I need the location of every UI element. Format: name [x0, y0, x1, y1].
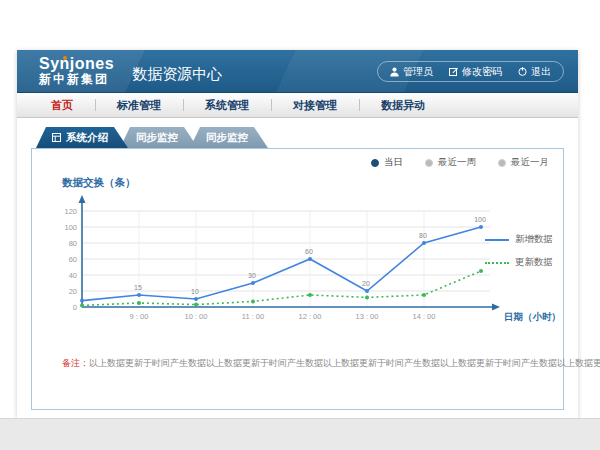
svg-text:100: 100 — [474, 216, 486, 223]
nav-label: 首页 — [51, 98, 73, 113]
tab-system-intro[interactable]: 系统介绍 — [36, 127, 128, 148]
brand-company-name: 新中新集团 — [39, 73, 114, 86]
nav-item-system-mgmt[interactable]: 系统管理 — [183, 93, 271, 117]
radio-label: 当日 — [384, 156, 403, 169]
nav-item-home[interactable]: 首页 — [29, 93, 95, 117]
legend-item-update-data: 更新数据 — [485, 256, 553, 269]
power-icon — [518, 67, 527, 76]
time-range-filter: 当日 最近一周 最近一月 — [371, 156, 549, 169]
svg-text:40: 40 — [69, 271, 77, 280]
main-nav: 首页 标准管理 系统管理 对接管理 数据异动 — [17, 93, 578, 118]
logout-label: 退出 — [531, 65, 551, 79]
svg-text:日期（小时）: 日期（小时） — [504, 311, 561, 323]
app-header: Synjones 新中新集团 数据资源中心 管理员 修改密码 退出 — [17, 50, 578, 93]
line-chart: 0204060801001209 : 0010 : 0011 : 0012 : … — [42, 193, 562, 327]
svg-text:10 : 00: 10 : 00 — [185, 312, 208, 321]
user-name-label: 管理员 — [403, 65, 433, 79]
brand-logo: Synjones 新中新集团 — [39, 56, 114, 85]
radio-dot-icon — [498, 159, 506, 167]
brand-logo-text: Synjones — [39, 56, 114, 73]
chart-panel: 当日 最近一周 最近一月 数据交换（条） 0204060801001209 : … — [31, 148, 564, 410]
svg-text:60: 60 — [305, 248, 313, 255]
tab-label: 同步监控 — [136, 131, 178, 145]
nav-label: 数据异动 — [381, 98, 425, 113]
svg-text:14 : 00: 14 : 00 — [413, 312, 436, 321]
change-password-label: 修改密码 — [462, 65, 502, 79]
edit-icon — [449, 67, 458, 76]
tab-sync-monitor-1[interactable]: 同步监控 — [120, 127, 198, 148]
solid-line-swatch-icon — [485, 239, 509, 241]
radio-last-week[interactable]: 最近一周 — [425, 156, 476, 169]
tab-sync-monitor-2[interactable]: 同步监控 — [190, 127, 268, 148]
logout-button[interactable]: 退出 — [518, 65, 551, 79]
legend-label: 新增数据 — [515, 233, 553, 246]
nav-item-connect-mgmt[interactable]: 对接管理 — [271, 93, 359, 117]
svg-text:10: 10 — [191, 288, 199, 295]
svg-text:30: 30 — [248, 272, 256, 279]
radio-dot-icon — [425, 159, 433, 167]
nav-label: 系统管理 — [205, 98, 249, 113]
radio-last-month[interactable]: 最近一月 — [498, 156, 549, 169]
radio-label: 最近一月 — [511, 156, 549, 169]
app-window: Synjones 新中新集团 数据资源中心 管理员 修改密码 退出 首页 标准管… — [17, 50, 578, 418]
nav-item-data-change[interactable]: 数据异动 — [359, 93, 447, 117]
dotted-line-swatch-icon — [485, 262, 509, 264]
page-background-footer — [0, 418, 600, 450]
grid-icon — [52, 132, 61, 144]
user-account-button[interactable]: 管理员 — [390, 65, 433, 79]
svg-text:0: 0 — [73, 303, 77, 312]
svg-text:80: 80 — [419, 232, 427, 239]
svg-text:80: 80 — [69, 239, 77, 248]
footnote: 备注：以上数据更新于时间产生数据以上数据更新于时间产生数据以上数据更新于时间产生… — [62, 357, 600, 370]
chart-legend: 新增数据 更新数据 — [485, 233, 553, 269]
user-icon — [390, 67, 399, 77]
svg-text:13 : 00: 13 : 00 — [356, 312, 379, 321]
svg-text:9 : 00: 9 : 00 — [130, 312, 149, 321]
tab-label: 系统介绍 — [66, 131, 108, 145]
svg-text:11 : 00: 11 : 00 — [242, 312, 264, 321]
y-axis-title: 数据交换（条） — [62, 176, 136, 190]
svg-text:100: 100 — [64, 223, 77, 232]
nav-item-standard-mgmt[interactable]: 标准管理 — [95, 93, 183, 117]
svg-text:20: 20 — [69, 287, 77, 296]
nav-label: 标准管理 — [117, 98, 161, 113]
legend-label: 更新数据 — [515, 256, 553, 269]
content-panel: 系统介绍 同步监控 同步监控 当日 最近一周 — [31, 127, 564, 410]
svg-text:60: 60 — [69, 255, 77, 264]
svg-text:12 : 00: 12 : 00 — [299, 312, 322, 321]
svg-text:120: 120 — [64, 207, 77, 216]
radio-dot-icon — [371, 159, 379, 167]
tab-bar: 系统介绍 同步监控 同步监控 — [31, 127, 564, 148]
radio-label: 最近一周 — [438, 156, 476, 169]
page-title: 数据资源中心 — [132, 65, 222, 84]
nav-label: 对接管理 — [293, 98, 337, 113]
change-password-button[interactable]: 修改密码 — [449, 65, 502, 79]
legend-item-new-data: 新增数据 — [485, 233, 553, 246]
footnote-prefix: 备注： — [62, 358, 89, 368]
tab-label: 同步监控 — [206, 131, 248, 145]
svg-text:20: 20 — [362, 280, 370, 287]
svg-text:15: 15 — [134, 284, 142, 291]
user-menu: 管理员 修改密码 退出 — [377, 61, 564, 82]
footnote-text: 以上数据更新于时间产生数据以上数据更新于时间产生数据以上数据更新于时间产生数据以… — [89, 358, 600, 368]
radio-today[interactable]: 当日 — [371, 156, 403, 169]
